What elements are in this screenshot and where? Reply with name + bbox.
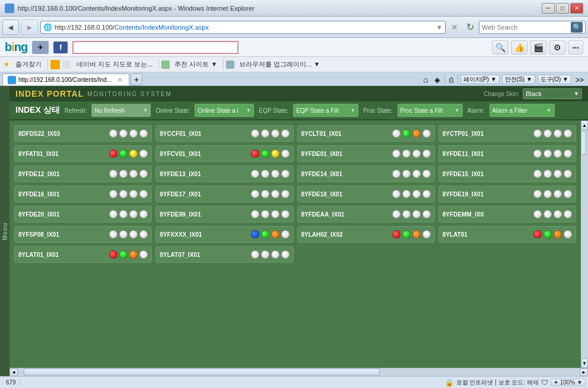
skin-select[interactable]: Black ▼ (523, 88, 582, 99)
equip-card-eq10[interactable]: 8YFDE13_IX01 (155, 166, 293, 182)
equip-card-eq21[interactable]: 8YFSP08_IX01 (14, 226, 152, 243)
close-button[interactable]: ✕ (570, 3, 583, 14)
equip-name: 8YFDE12_IX01 (18, 171, 60, 177)
eqp-select[interactable]: EQP State a Filt ▼ (293, 104, 358, 117)
toolbar-more-button[interactable]: >> (574, 76, 586, 84)
skin-arrow: ▼ (574, 91, 579, 97)
window-controls: ─ □ ✕ (542, 3, 583, 14)
equip-card-eq1[interactable]: 8DFDS22_IX03 (14, 125, 152, 142)
zoom-control[interactable]: ✦ 100% ▼ (551, 379, 586, 386)
equip-card-eq22[interactable]: 8YFXXXX_IX01 (155, 226, 293, 243)
status-light-1 (261, 250, 269, 259)
active-tab[interactable]: 🌐 http://192.168.0.100/Contents/IndexMon… (2, 74, 129, 85)
equip-card-eq4[interactable]: 8YCTP01_IX01 (438, 125, 576, 142)
equip-card-eq8[interactable]: 8YFDE11_IX01 (438, 145, 576, 162)
fav-item-recommend[interactable]: 추천 사이트 ▼ (171, 59, 221, 70)
equip-card-eq12[interactable]: 8YFDE15_IX01 (438, 166, 576, 182)
scroll-thumb[interactable] (581, 131, 587, 155)
scroll-up-button[interactable]: ▲ (581, 120, 588, 130)
equip-card-eq5[interactable]: 8YFAT01_IX01 (14, 145, 152, 162)
h-scroll-track[interactable] (18, 368, 580, 376)
bing-search-box[interactable] (72, 41, 239, 54)
maximize-button[interactable]: □ (556, 3, 569, 14)
vertical-scrollbar[interactable]: ▲ ▼ (581, 120, 588, 368)
bing-tool-icon[interactable]: ✈ (32, 41, 49, 54)
bing-more-btn[interactable]: ••• (568, 40, 583, 55)
equip-lights (392, 230, 431, 238)
search-button[interactable]: 🔍 (571, 22, 583, 33)
status-light-2 (554, 210, 562, 218)
fav-item-naver[interactable]: 네이버 지도 지도로 보는... (73, 59, 156, 70)
equip-name: 8YFDE13_IX01 (160, 171, 201, 177)
scroll-right-button[interactable]: ► (580, 368, 588, 376)
status-light-1 (543, 210, 552, 218)
equip-name: 8YLAT07_IX01 (160, 252, 200, 258)
search-input[interactable] (482, 24, 570, 31)
equip-card-eq26[interactable]: 8YLAT07_IX01 (155, 246, 293, 263)
equip-card-eq2[interactable]: 8YCCF01_IX01 (155, 125, 293, 142)
equip-card-eq20[interactable]: 8YFDEMM_IX0 (438, 206, 576, 222)
proc-select[interactable]: Proc State a Filt ▼ (398, 104, 463, 117)
status-light-0 (109, 250, 117, 259)
proc-value: Proc State a Filt (401, 107, 443, 114)
bing-btn3[interactable]: 🎬 (530, 40, 546, 55)
status-light-0 (109, 190, 117, 198)
equip-card-eq24[interactable]: 8YLAT01 (438, 226, 576, 243)
tools-menu-button[interactable]: 도구(O) ▼ (538, 75, 571, 84)
equip-card-eq25[interactable]: 8YLAT01_IX01 (14, 246, 152, 263)
horizontal-scrollbar[interactable]: ◄ ► (9, 368, 588, 376)
page-menu-button[interactable]: 페이지(P) ▼ (460, 75, 500, 84)
fav-label: 즐겨찾기 (15, 60, 42, 69)
tab-close-button[interactable]: ✕ (116, 76, 124, 84)
status-light-0 (251, 190, 259, 198)
minimize-button[interactable]: ─ (542, 3, 555, 14)
equip-card-eq19[interactable]: 8YFDEAA_IX01 (297, 206, 435, 222)
print-button[interactable]: ⎙ (447, 76, 455, 84)
status-light-1 (543, 230, 552, 238)
facebook-icon[interactable]: f (53, 42, 68, 53)
online-select[interactable]: Online State a i ▼ (195, 104, 254, 117)
refresh-select[interactable]: No Refresh ▼ (91, 104, 151, 117)
window-title: http://192.168.0.100/Contents/IndexMonit… (18, 5, 542, 12)
alarm-value: Alarm a Filter (492, 107, 527, 114)
equip-card-eq9[interactable]: 8YFDE12_IX01 (14, 166, 152, 182)
home-button[interactable]: ⌂ (421, 75, 430, 84)
equip-card-eq3[interactable]: 8YCLT01_IX01 (297, 125, 435, 142)
fav-item-upgrade[interactable]: 브라우저를 업그레이이... ▼ (236, 59, 323, 70)
refresh-nav-button[interactable]: ✕ (448, 21, 461, 34)
safety-menu-button[interactable]: 안전(S) ▼ (502, 75, 535, 84)
forward-button[interactable]: ► (21, 20, 38, 35)
equip-name: 8YLAT01_IX01 (18, 252, 59, 258)
equip-card-eq13[interactable]: 8YFDE16_IX01 (14, 186, 152, 202)
equip-card-eq23[interactable]: 8YLAH02_IX02 (297, 226, 435, 243)
back-button[interactable]: ◄ (2, 20, 19, 35)
status-light-1 (261, 190, 269, 198)
bing-btn1[interactable]: 🔍 (492, 40, 508, 55)
fav-item-bookmarks[interactable]: 즐겨찾기 (12, 59, 45, 70)
bing-search-input[interactable] (76, 44, 235, 51)
equip-card-eq15[interactable]: 8YFDE18_IX01 (297, 186, 435, 202)
scroll-down-button[interactable]: ▼ (581, 358, 588, 368)
equip-card-eq11[interactable]: 8YFDE14_IX01 (297, 166, 435, 182)
new-tab-button[interactable]: + (131, 74, 142, 85)
h-scroll-thumb[interactable] (24, 368, 380, 376)
equip-card-eq16[interactable]: 8YFDE19_IX01 (438, 186, 576, 202)
feeds-button[interactable]: ◈ (433, 75, 442, 84)
equip-card-eq6[interactable]: 8YFCV01_IX01 (155, 145, 293, 162)
eqp-value: EQP State a Filt (296, 107, 339, 114)
status-light-1 (119, 190, 128, 198)
status-light-2 (554, 230, 562, 238)
equip-card-eq17[interactable]: 8YFDE20_IX01 (14, 206, 152, 222)
bing-btn2[interactable]: 👍 (511, 40, 527, 55)
bing-btn4[interactable]: ⚙ (549, 40, 565, 55)
status-light-1 (402, 230, 411, 238)
stop-button[interactable]: ↻ (463, 21, 476, 34)
equip-card-eq14[interactable]: 8YFDE17_IX01 (155, 186, 293, 202)
scroll-track[interactable] (581, 130, 588, 358)
equip-card-eq7[interactable]: 8YFDE01_IX01 (297, 145, 435, 162)
alarm-select[interactable]: Alarm a Filter ▼ (490, 104, 555, 117)
status-light-0 (533, 129, 542, 138)
scroll-left-button[interactable]: ◄ (9, 368, 18, 376)
equip-card-eq18[interactable]: 8YFDE99_IX01 (155, 206, 293, 222)
address-bar[interactable]: http://192.168.0.100/Contents/IndexMonit… (55, 24, 209, 31)
